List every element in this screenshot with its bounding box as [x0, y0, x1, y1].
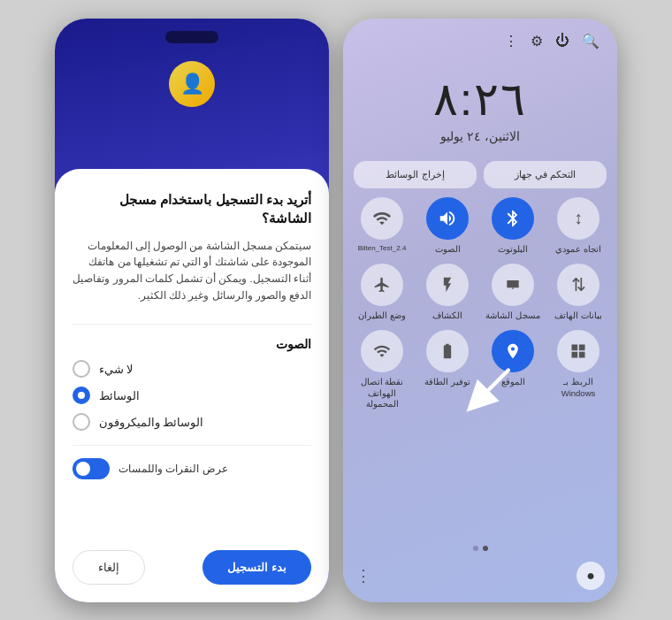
windows-label: الربط بـ Windows: [550, 377, 607, 399]
toggle-switch[interactable]: [73, 458, 110, 479]
clock-date: الاثنين، ٢٤ يوليو: [343, 129, 617, 143]
radio-media-circle[interactable]: [73, 387, 90, 404]
dialog-description: سيتمكن مسجل الشاشة من الوصول إلى المعلوم…: [73, 238, 311, 305]
orientation-icon: ↕: [557, 197, 599, 240]
radio-group: لا شيء الوسائط الوسائط والميكروفون: [73, 360, 311, 431]
radio-media-mic-circle[interactable]: [73, 413, 90, 431]
start-recording-button[interactable]: بدء التسجيل: [202, 550, 311, 585]
svg-rect-0: [510, 282, 516, 285]
qs-item-orientation[interactable]: ↕ اتجاه عمودي: [550, 197, 607, 255]
clock-area: ٨:٢٦ الاثنين، ٢٤ يوليو: [343, 57, 617, 152]
qs-top-row: التحكم في جهاز إخراج الوسائط: [354, 161, 607, 188]
menu-icon[interactable]: ⋮: [504, 33, 518, 50]
bluetooth-icon: [492, 197, 534, 240]
qs-item-sound[interactable]: الصوت: [419, 197, 476, 255]
data-label: بيانات الهاتف: [554, 310, 602, 321]
bottom-bar: ⋮ ●: [343, 555, 617, 602]
radio-none[interactable]: لا شيء: [73, 360, 311, 378]
power-icon[interactable]: ⏻: [555, 33, 569, 49]
dialog-title: أتريد بدء التسجيل باستخدام مسجل الشاشة؟: [73, 190, 311, 227]
sound-section-title: الصوت: [73, 337, 311, 351]
bottom-handle[interactable]: ●: [577, 562, 605, 590]
qs-item-bluetooth[interactable]: البلوتوث: [485, 197, 541, 255]
data-icon: ⇅: [557, 264, 599, 306]
divider: [73, 324, 311, 325]
toggle-label: عرض النقرات واللمسات: [118, 463, 228, 475]
screen-recorder-icon: [492, 264, 534, 306]
battery-saver-label: توفير الطاقة: [424, 377, 470, 387]
location-icon: [492, 330, 534, 372]
airplane-label: وضع الطيران: [358, 310, 406, 321]
location-label: الموقع: [501, 377, 525, 387]
sound-label: الصوت: [435, 244, 461, 255]
bluetooth-label: البلوتوث: [498, 244, 528, 255]
top-bar: ⋮ ⚙ ⏻ 🔍: [343, 19, 617, 57]
avatar: 👤: [169, 61, 215, 107]
sound-icon: [426, 197, 469, 240]
qs-item-airplane[interactable]: وضع الطيران: [354, 264, 410, 321]
qs-item-windows[interactable]: الربط بـ Windows: [550, 330, 607, 410]
clock-time: ٨:٢٦: [343, 73, 617, 126]
media-output-button[interactable]: إخراج الوسائط: [354, 161, 477, 188]
qs-item-battery-saver[interactable]: توفير الطاقة: [419, 330, 476, 410]
windows-icon: [557, 330, 599, 372]
radio-none-label: لا شيء: [99, 363, 133, 376]
screen-recorder-dialog: أتريد بدء التسجيل باستخدام مسجل الشاشة؟ …: [55, 169, 329, 602]
qs-item-wifi[interactable]: Bilten_Test_2.4: [354, 197, 410, 255]
avatar-area: 👤: [169, 61, 215, 107]
dot-1: [473, 546, 478, 551]
radio-none-circle[interactable]: [73, 360, 90, 378]
radio-media-mic[interactable]: الوسائط والميكروفون: [73, 413, 311, 431]
dialog-buttons: بدء التسجيل إلغاء: [73, 550, 311, 585]
qs-item-screen-recorder[interactable]: مسجل الشاشة: [485, 264, 541, 321]
radio-media[interactable]: الوسائط: [73, 387, 311, 404]
wifi-label: Bilten_Test_2.4: [358, 244, 407, 253]
settings-icon[interactable]: ⚙: [531, 33, 543, 50]
qs-item-data[interactable]: ⇅ بيانات الهاتف: [550, 264, 607, 321]
qs-grid: ↕ اتجاه عمودي البلوتوث الصوت: [354, 197, 607, 410]
radio-media-label: الوسائط: [99, 389, 140, 402]
phone-left: 👤 أتريد بدء التسجيل باستخدام مسجل الشاشة…: [55, 19, 329, 602]
battery-icon: [426, 330, 469, 372]
dot-2: [483, 546, 488, 551]
toggle-row: عرض النقرات واللمسات: [73, 445, 311, 479]
qs-item-hotspot[interactable]: نقطة اتصال الهواتف المحمولة: [354, 330, 410, 410]
qs-item-flashlight[interactable]: الكشاف: [419, 264, 476, 321]
search-icon[interactable]: 🔍: [582, 33, 599, 50]
hotspot-label: نقطة اتصال الهواتف المحمولة: [354, 377, 410, 410]
orientation-label: اتجاه عمودي: [555, 244, 601, 255]
phone-right: ⋮ ⚙ ⏻ 🔍 ٨:٢٦ الاثنين، ٢٤ يوليو التحكم في…: [343, 19, 617, 602]
wifi-icon: [361, 197, 403, 240]
bottom-menu-icon[interactable]: ⋮: [355, 566, 371, 586]
airplane-icon: [361, 264, 403, 306]
cancel-button[interactable]: إلغاء: [73, 550, 145, 585]
qs-item-location[interactable]: الموقع: [485, 330, 541, 410]
flashlight-label: الكشاف: [432, 310, 462, 321]
radio-media-mic-label: الوسائط والميكروفون: [99, 416, 203, 429]
hotspot-icon: [361, 330, 403, 372]
flashlight-icon: [426, 264, 469, 306]
notch: [165, 31, 218, 43]
quick-settings-panel: التحكم في جهاز إخراج الوسائط ↕ اتجاه عمو…: [343, 152, 617, 539]
page-dots: [343, 539, 617, 555]
screen-recorder-label: مسجل الشاشة: [485, 310, 540, 321]
device-control-button[interactable]: التحكم في جهاز: [484, 161, 607, 188]
